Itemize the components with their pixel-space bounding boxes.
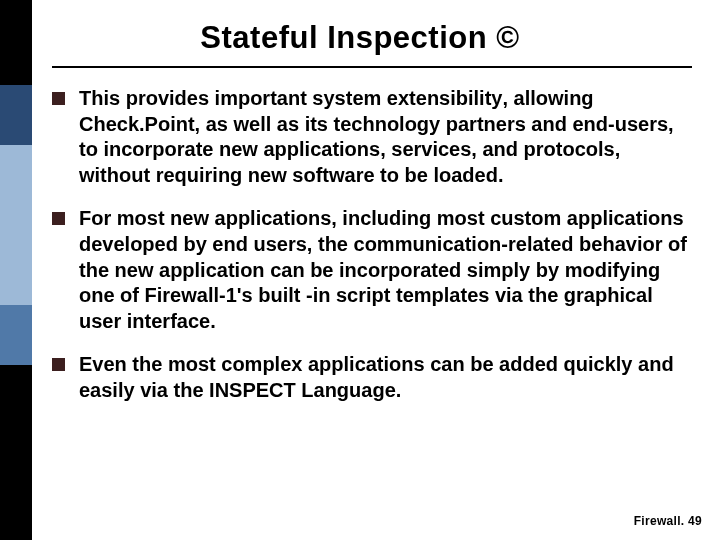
bullet-marker-icon <box>52 92 65 105</box>
slide-title: Stateful Inspection © <box>0 20 720 56</box>
bullet-text: Even the most complex applications can b… <box>79 352 692 403</box>
bullet-text: This provides important system extensibi… <box>79 86 692 188</box>
slide-body: This provides important system extensibi… <box>52 86 692 422</box>
bullet-text: For most new applications, including mos… <box>79 206 692 334</box>
bullet-marker-icon <box>52 212 65 225</box>
decorative-sidebar <box>0 0 32 540</box>
bullet-item: This provides important system extensibi… <box>52 86 692 188</box>
title-underline <box>52 66 692 68</box>
bullet-item: For most new applications, including mos… <box>52 206 692 334</box>
bullet-marker-icon <box>52 358 65 371</box>
bullet-item: Even the most complex applications can b… <box>52 352 692 403</box>
slide-footer: Firewall. 49 <box>634 514 702 528</box>
